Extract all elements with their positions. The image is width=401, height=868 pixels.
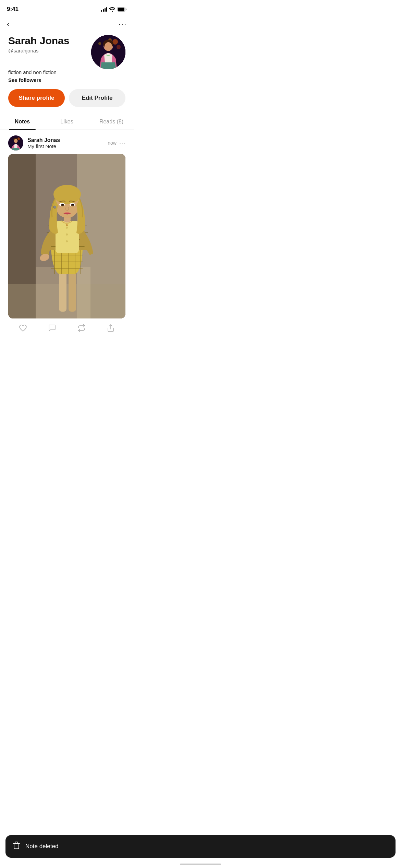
profile-header: Sarah Jonas @sarahjonas [8,35,125,69]
svg-rect-1 [118,8,124,11]
profile-username: @sarahjonas [8,48,86,53]
avatar [91,35,125,69]
svg-rect-21 [69,270,76,312]
svg-point-14 [14,139,17,143]
svg-point-51 [62,204,64,206]
svg-point-43 [66,224,68,226]
more-button[interactable]: ··· [119,20,127,29]
tab-notes[interactable]: Notes [0,114,45,130]
note-avatar-image [8,135,23,150]
profile-buttons: Share profile Edit Profile [8,89,125,107]
tabs: Notes Likes Reads (8) [0,114,134,130]
svg-point-6 [98,42,101,45]
svg-point-46 [53,185,81,204]
status-time: 9:41 [7,6,19,13]
comment-button[interactable] [48,324,56,332]
share-icon [107,324,115,332]
svg-rect-20 [59,270,66,312]
comment-icon [48,324,56,332]
note-author-name: Sarah Jonas [27,137,60,143]
note-actions [8,318,125,335]
status-bar: 9:41 [0,0,134,17]
note-meta: now ··· [108,140,125,147]
svg-point-52 [72,204,74,206]
profile-info: Sarah Jonas @sarahjonas [8,35,86,58]
repost-button[interactable] [77,324,86,332]
edit-profile-button[interactable]: Edit Profile [69,89,125,107]
avatar-svg [91,35,125,69]
status-icons [101,7,127,12]
signal-bars-icon [101,7,107,12]
wifi-icon [109,7,115,12]
note-author-info: Sarah Jonas My first Note [27,137,60,149]
svg-point-9 [105,42,112,51]
tab-reads[interactable]: Reads (8) [89,114,134,130]
note-image [8,154,125,318]
svg-point-33 [66,240,68,242]
battery-icon [117,7,127,12]
fashion-figure-svg [8,154,125,318]
note-avatar [8,135,23,150]
tab-likes[interactable]: Likes [45,114,89,130]
note-author: Sarah Jonas My first Note [8,135,60,150]
svg-point-32 [66,233,68,236]
like-button[interactable] [19,324,27,332]
svg-point-31 [66,227,68,229]
profile-name: Sarah Jonas [8,35,86,46]
note-header: Sarah Jonas My first Note now ··· [8,135,125,150]
repost-icon [77,324,86,332]
share-profile-button[interactable]: Share profile [8,89,65,107]
profile-section: Sarah Jonas @sarahjonas [0,32,134,107]
note-text: My first Note [27,143,60,149]
note-card: Sarah Jonas My first Note now ··· [0,130,134,335]
note-avatar-svg [8,135,23,150]
svg-point-5 [117,45,121,49]
nav-bar: ‹ ··· [0,17,134,32]
back-button[interactable]: ‹ [7,20,9,29]
heart-icon [19,324,27,332]
profile-bio: fiction and non fiction [8,69,125,75]
avatar-image [91,35,125,69]
note-time: now [108,140,117,146]
followers-link[interactable]: See followers [8,77,125,83]
svg-point-53 [53,206,56,208]
share-button[interactable] [107,324,115,332]
note-more-button[interactable]: ··· [119,140,125,147]
